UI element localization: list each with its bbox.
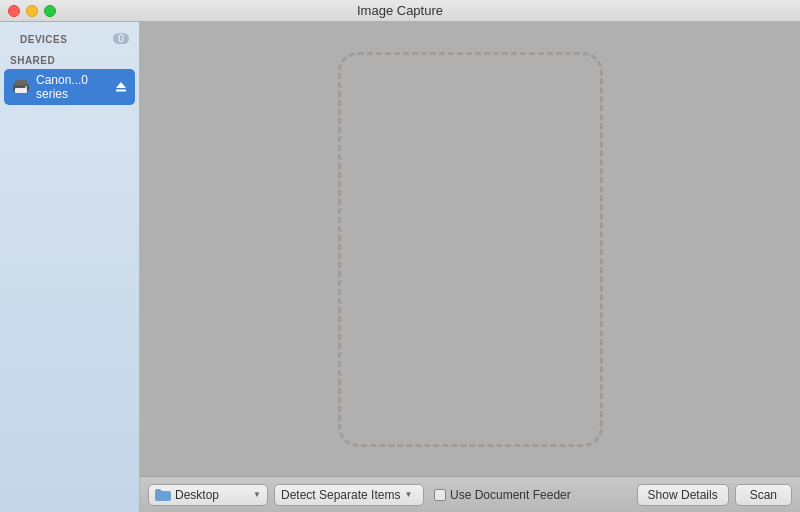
sidebar-item-canon[interactable]: Canon...0 series (4, 69, 135, 105)
canon-device-name: Canon...0 series (36, 73, 109, 101)
sidebar: DEVICES 0 SHARED Canon...0 series (0, 22, 140, 512)
scan-button[interactable]: Scan (735, 484, 792, 506)
devices-section-header: DEVICES 0 (0, 28, 139, 49)
scan-area (338, 52, 603, 447)
folder-dropdown[interactable]: Desktop ▼ (148, 484, 268, 506)
devices-badge: 0 (113, 33, 129, 44)
folder-icon (155, 489, 171, 501)
maximize-button[interactable] (44, 5, 56, 17)
bottom-toolbar: Desktop ▼ Detect Separate Items ▼ Use Do… (140, 476, 800, 512)
traffic-lights (8, 5, 56, 17)
content-area: Desktop ▼ Detect Separate Items ▼ Use Do… (140, 22, 800, 512)
document-feeder-label: Use Document Feeder (450, 488, 571, 502)
document-feeder-area[interactable]: Use Document Feeder (434, 488, 571, 502)
svg-rect-2 (15, 88, 27, 93)
scanner-canvas (140, 22, 800, 476)
folder-dropdown-arrow: ▼ (253, 490, 261, 499)
detect-label: Detect Separate Items (281, 488, 400, 502)
window-title: Image Capture (357, 3, 443, 18)
svg-rect-1 (15, 80, 27, 85)
main-container: DEVICES 0 SHARED Canon...0 series (0, 22, 800, 512)
svg-rect-3 (25, 86, 27, 88)
minimize-button[interactable] (26, 5, 38, 17)
eject-icon (115, 81, 127, 93)
devices-label: DEVICES (10, 30, 77, 47)
svg-marker-4 (116, 82, 126, 88)
shared-label: SHARED (0, 49, 139, 68)
document-feeder-checkbox[interactable] (434, 489, 446, 501)
title-bar: Image Capture (0, 0, 800, 22)
svg-rect-5 (116, 90, 126, 92)
close-button[interactable] (8, 5, 20, 17)
show-details-button[interactable]: Show Details (637, 484, 729, 506)
detect-dropdown-arrow: ▼ (404, 490, 412, 499)
folder-label: Desktop (175, 488, 249, 502)
detect-dropdown[interactable]: Detect Separate Items ▼ (274, 484, 424, 506)
printer-icon (12, 79, 30, 95)
